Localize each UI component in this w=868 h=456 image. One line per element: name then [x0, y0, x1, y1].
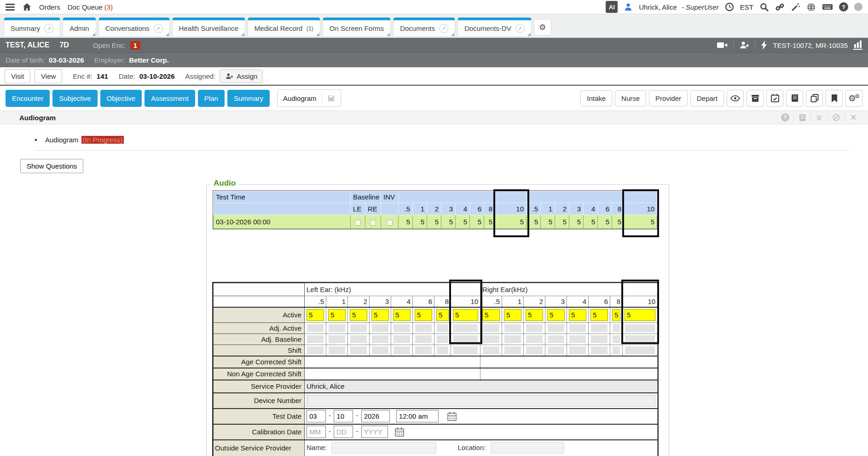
bolt-icon[interactable]: [761, 41, 767, 50]
open-enc-badge[interactable]: 1: [130, 41, 140, 50]
note-item[interactable]: Audiogram(In Progress): [35, 136, 868, 144]
tab-admin[interactable]: Admin: [63, 18, 96, 37]
calibration-month-input[interactable]: [307, 426, 326, 438]
section-button-assessment[interactable]: Assessment: [145, 90, 195, 107]
active-threshold-input[interactable]: 5: [350, 309, 367, 321]
calendar-check-button[interactable]: [766, 90, 783, 107]
audio-test-table: Test Time Baseline INV LE RE .512346810.…: [213, 191, 657, 229]
tab-documents[interactable]: Documents↗: [393, 18, 455, 37]
freq-header: .5: [527, 203, 541, 215]
active-threshold-input[interactable]: 5: [328, 309, 346, 321]
section-button-objective[interactable]: Objective: [100, 90, 142, 107]
tab-summary[interactable]: Summary↗: [4, 18, 60, 37]
test-date-month-input[interactable]: [307, 410, 326, 422]
divider: [35, 150, 850, 151]
active-threshold-input[interactable]: 5: [415, 309, 432, 321]
section-button-encounter[interactable]: Encounter: [6, 90, 50, 107]
tab-on-screen-forms[interactable]: On Screen Forms: [323, 18, 391, 37]
stage-button-nurse[interactable]: Nurse: [615, 90, 646, 106]
baseline-le-checkbox[interactable]: [355, 220, 361, 226]
test-date-year-input[interactable]: [361, 410, 390, 422]
link-icon[interactable]: [775, 2, 785, 12]
copy-button[interactable]: [806, 90, 823, 107]
search-icon[interactable]: [759, 2, 769, 12]
outside-name-input[interactable]: [331, 442, 436, 454]
active-threshold-input[interactable]: 5: [371, 309, 389, 321]
assign-button[interactable]: Assign: [220, 70, 263, 83]
active-threshold-input[interactable]: 5: [590, 309, 608, 321]
tab-settings-gear[interactable]: ⚙: [534, 19, 551, 35]
journal-button[interactable]: [786, 90, 803, 107]
visit-button[interactable]: Visit: [5, 69, 30, 83]
section-button-subjective[interactable]: Subjective: [52, 90, 97, 107]
nav-doc-queue[interactable]: Doc Queue(3): [68, 3, 113, 11]
active-threshold-input[interactable]: 5: [526, 309, 543, 321]
section-button-summary[interactable]: Summary: [227, 90, 270, 107]
person-add-icon: [225, 73, 233, 80]
active-threshold-input[interactable]: 5: [436, 309, 449, 321]
row-label-service-provider: Service Provider: [214, 380, 305, 393]
tab-label: Conversations: [105, 24, 150, 32]
globe-icon[interactable]: [806, 2, 816, 12]
active-threshold-input[interactable]: 5: [393, 309, 411, 321]
save-icon[interactable]: [327, 94, 335, 102]
hamburger-menu-icon[interactable]: [6, 4, 15, 11]
calendar-icon[interactable]: [394, 427, 405, 437]
settings-cogs-button[interactable]: ⚙⚙: [845, 90, 862, 107]
readonly-cell: [415, 335, 432, 343]
section-button-plan[interactable]: Plan: [198, 90, 225, 107]
person-add-icon[interactable]: [739, 41, 749, 49]
ai-badge[interactable]: AI: [606, 1, 618, 13]
tab-audiogram[interactable]: Audiogram: [277, 89, 341, 107]
inv-checkbox[interactable]: [387, 220, 393, 226]
stage-button-provider[interactable]: Provider: [649, 90, 688, 106]
view-button[interactable]: View: [35, 69, 62, 83]
calendar-icon[interactable]: [447, 411, 457, 421]
active-threshold-input[interactable]: 5: [307, 309, 324, 321]
threshold-value: 5: [624, 215, 657, 229]
close-icon[interactable]: ×: [845, 114, 862, 121]
calibration-day-input[interactable]: [334, 426, 353, 438]
panel-help-icon[interactable]: ?: [777, 113, 793, 122]
device-number-input[interactable]: [307, 395, 655, 407]
baseline-re-checkbox[interactable]: [370, 220, 376, 226]
preview-eye-button[interactable]: [727, 90, 744, 107]
test-time-input[interactable]: [396, 410, 439, 422]
active-threshold-input[interactable]: 5: [482, 309, 500, 321]
keyboard-icon[interactable]: [822, 2, 833, 12]
collapse-chevrons-icon[interactable]: [811, 115, 827, 121]
readonly-cell: [307, 335, 324, 343]
tab-medical-record[interactable]: Medical Record(1): [248, 18, 320, 37]
outside-location-input[interactable]: [491, 442, 564, 454]
home-icon[interactable]: [22, 2, 32, 12]
tab-health-surveillance[interactable]: Health Surveillance: [172, 18, 245, 37]
test-date-day-input[interactable]: [334, 410, 353, 422]
bookmark-button[interactable]: [826, 90, 843, 107]
readonly-cell: [437, 335, 448, 343]
nav-orders[interactable]: Orders: [39, 3, 60, 11]
active-threshold-input[interactable]: 5: [625, 309, 655, 321]
note-section-toolbar: EncounterSubjectiveObjectiveAssessmentPl…: [0, 86, 868, 111]
stage-button-intake[interactable]: Intake: [580, 90, 612, 106]
active-threshold-input[interactable]: 5: [569, 309, 586, 321]
employer-value: Better Corp.: [129, 56, 169, 64]
panel-journal-icon[interactable]: [794, 114, 810, 122]
tab-documents-dv[interactable]: Documents-DV↗: [457, 18, 532, 37]
stage-button-depart[interactable]: Depart: [690, 90, 724, 106]
active-threshold-input[interactable]: 5: [453, 309, 478, 321]
tab-conversations[interactable]: Conversations↗: [98, 18, 170, 37]
test-time-value[interactable]: 03-10-2026 00:00: [214, 215, 351, 229]
camera-icon[interactable]: [717, 41, 728, 49]
cogs-icon: ⚙: [539, 23, 546, 32]
active-threshold-input[interactable]: 5: [547, 309, 565, 321]
cancel-icon[interactable]: [828, 114, 845, 121]
active-threshold-input[interactable]: 5: [504, 309, 521, 321]
note-label: Audiogram: [45, 136, 79, 144]
help-icon[interactable]: ?: [839, 2, 848, 12]
chart-icon[interactable]: [853, 41, 862, 50]
archive-button[interactable]: [746, 90, 764, 107]
active-threshold-input[interactable]: 5: [612, 309, 620, 321]
calibration-year-input[interactable]: [361, 426, 388, 438]
show-questions-button[interactable]: Show Questions: [20, 159, 83, 173]
wand-icon[interactable]: [791, 2, 800, 12]
